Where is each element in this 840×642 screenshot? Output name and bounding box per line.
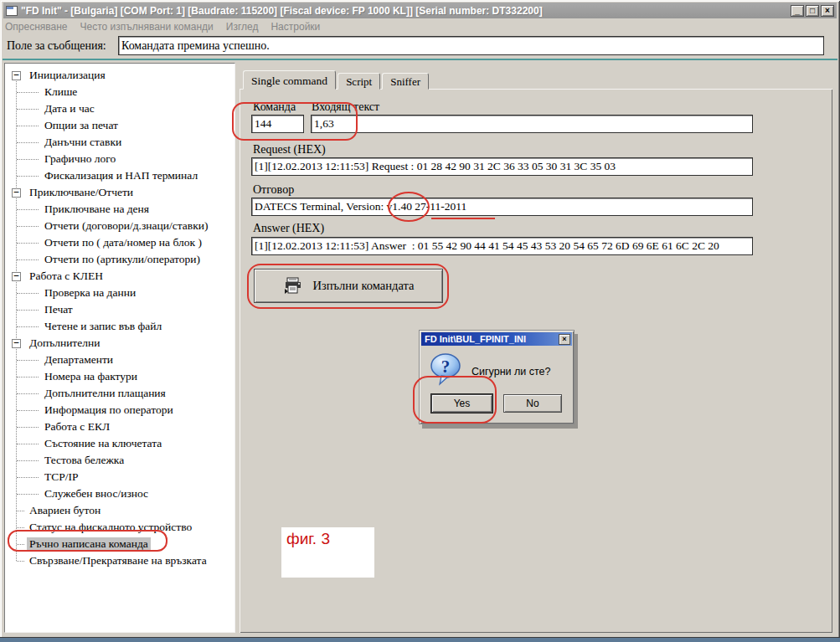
answer-hex-input[interactable] [251,237,753,255]
command-input[interactable] [251,115,304,133]
execute-command-label: Изпълни командата [313,279,415,293]
tree-item[interactable]: Отчети по (артикули/оператори) [5,251,234,268]
tree-collapse-icon[interactable]: − [12,188,21,198]
no-button[interactable]: No [503,394,562,413]
tab-sniffer[interactable]: Sniffer [382,73,429,90]
tab-strip: Single commandScriptSniffer [243,70,430,90]
tree-item-label: Служебен внос/износ [42,487,151,501]
tree-item[interactable]: Отчети по ( дата/номер на блок ) [5,234,234,251]
tree-item[interactable]: Допълнителни плащания [5,385,234,402]
tree-item[interactable]: Департаменти [5,352,234,368]
tree-item-label: Номера на фактури [42,370,140,383]
tree-item[interactable]: Фискализация и НАП терминал [5,167,234,184]
tree-item[interactable]: Свързване/Прекратяване на връзката [5,552,234,569]
figure-label-box: фиг. 3 [281,527,374,578]
window-controls: _ □ × [791,5,834,17]
tree-item[interactable]: −Работа с КЛЕН [5,268,234,285]
close-button[interactable]: × [821,5,834,17]
response-label: Отговор [253,183,294,197]
tree-item-label: Тестова бележка [42,454,126,467]
tree-item[interactable]: Състояние на ключетата [5,435,234,452]
input-text-input[interactable] [311,115,753,133]
tree-item-label: Работа с ЕКЛ [42,420,112,434]
bottom-edge-strip [0,637,840,642]
menu-bar: ОпресняванеЧесто изпълнявани командиИзгл… [5,20,320,33]
tree-item-label: Допълнителни плащания [42,387,168,400]
separator-line [3,59,837,60]
tree-item[interactable]: Тестова бележка [5,452,234,469]
menu-item[interactable]: Опресняване [5,21,68,33]
tree-item[interactable]: Проверка на данни [5,285,234,301]
navigation-tree: −ИнициализацияКлишеДата и часОпции за пе… [5,64,234,569]
tree-item[interactable]: −Инициализация [5,67,234,84]
tree-item-label: Отчети по (артикули/оператори) [42,253,203,266]
tree-item[interactable]: Работа с ЕКЛ [5,419,234,435]
tree-item[interactable]: Графично лого [5,151,234,167]
request-hex-label: Request (HEX) [253,143,326,157]
response-input[interactable] [251,198,753,216]
dialog-close-icon[interactable]: × [559,334,570,345]
tree-collapse-icon[interactable]: − [12,272,21,281]
tab-single-command[interactable]: Single command [243,70,336,90]
input-text-label: Входящ текст [312,100,379,114]
tree-item-label: Авариен бутон [27,504,103,517]
message-field-label: Поле за съобщения: [7,39,106,53]
menu-item[interactable]: Изглед [226,21,259,33]
navigation-tree-panel: −ИнициализацияКлишеДата и часОпции за пе… [4,63,235,633]
tab-script[interactable]: Script [338,73,380,90]
minimize-button[interactable]: _ [791,5,804,17]
tree-item-label: Инициализация [27,69,108,82]
tree-item[interactable]: Служебен внос/износ [5,485,234,502]
tree-item-label: Опции за печат [42,119,121,132]
answer-hex-label: Answer (HEX) [253,222,324,235]
tree-item-label: Графично лого [42,152,118,166]
request-hex-input[interactable] [251,157,753,176]
tree-item-label: Ръчно написана команда [27,537,151,551]
tree-item[interactable]: −Приключване/Отчети [5,184,234,201]
app-window: "FD Init" - [Bulgaria] [COM Port: 1] [Ba… [0,0,840,642]
tree-item-label: Отчети (договори/д.знаци/ставки) [42,219,210,233]
tree-item-label: Департаменти [42,353,116,367]
tree-item-label: Печат [42,303,75,316]
tree-collapse-icon[interactable]: − [12,339,21,348]
tree-item[interactable]: Дата и час [5,100,234,117]
tree-item[interactable]: Отчети (договори/д.знаци/ставки) [5,218,234,234]
tree-item-label: Допълнителни [27,336,102,350]
tree-item[interactable]: Четене и запис във файл [5,318,234,335]
tree-item[interactable]: Ръчно написана команда [5,536,234,552]
tree-item[interactable]: Печат [5,301,234,318]
fiscal-printer-icon [283,277,303,295]
maximize-button[interactable]: □ [806,5,819,17]
tree-item[interactable]: Приключване на деня [5,201,234,218]
tree-item-label: Фискализация и НАП терминал [42,169,200,182]
tree-item[interactable]: Статус на фискалното устройство [5,519,234,536]
message-field-input[interactable] [118,36,824,55]
dialog-title: FD Init\BUL_FPINIT_INI [425,334,559,344]
menu-item[interactable]: Често изпълнявани команди [80,21,214,33]
tree-item[interactable]: Номера на фактури [5,368,234,385]
tree-item[interactable]: −Допълнителни [5,335,234,352]
tree-item[interactable]: Опции за печат [5,117,234,134]
tree-item[interactable]: Клише [5,84,234,100]
dialog-question-text: Сигурни ли сте? [472,366,550,377]
tree-item-label: TCP/IP [42,470,81,484]
question-icon: ? [430,352,461,388]
tree-item[interactable]: TCP/IP [5,469,234,485]
tree-item-label: Дата и час [42,102,97,116]
svg-text:?: ? [441,357,451,377]
figure-label: фиг. 3 [286,530,330,547]
tree-item-label: Приключване на деня [42,203,152,216]
tree-item-label: Работа с КЛЕН [27,270,106,283]
dialog-title-bar: FD Init\BUL_FPINIT_INI × [421,332,572,346]
tree-item[interactable]: Данъчни ставки [5,134,234,151]
tree-item-label: Отчети по ( дата/номер на блок ) [42,236,204,249]
menu-item[interactable]: Настройки [271,21,320,33]
execute-command-button[interactable]: Изпълни командата [254,269,443,303]
tree-item-label: Четене и запис във файл [42,320,164,333]
yes-button[interactable]: Yes [431,394,492,413]
tree-item-label: Статус на фискалното устройство [27,521,194,534]
tree-collapse-icon[interactable]: − [12,71,21,80]
window-title: "FD Init" - [Bulgaria] [COM Port: 1] [Ba… [21,5,787,17]
tree-item[interactable]: Информация по оператори [5,402,234,419]
tree-item[interactable]: Авариен бутон [5,502,234,519]
